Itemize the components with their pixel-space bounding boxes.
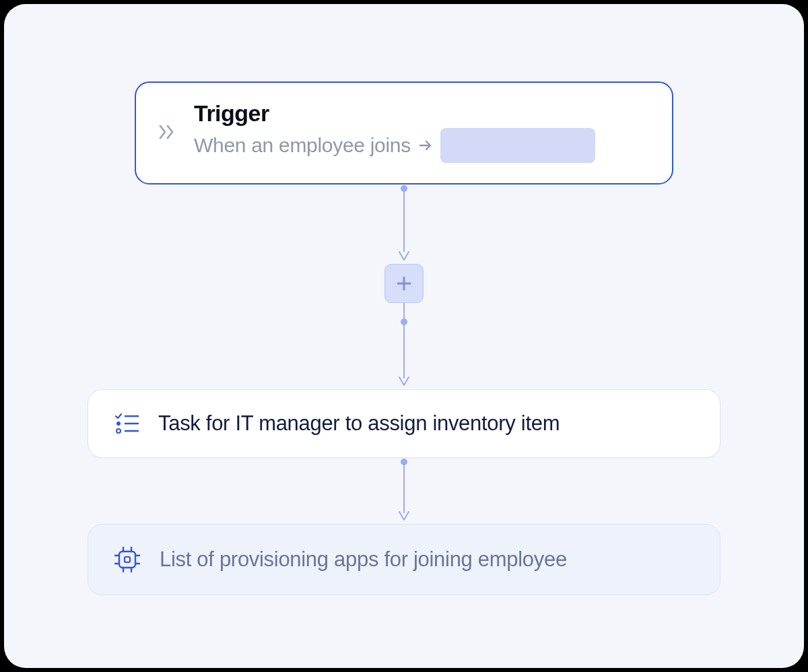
connector-2	[397, 303, 411, 389]
trigger-subtitle-text: When an employee joins	[194, 134, 411, 157]
task-node[interactable]: Task for IT manager to assign inventory …	[88, 389, 720, 458]
trigger-target-placeholder[interactable]	[440, 128, 595, 163]
svg-rect-14	[119, 551, 135, 568]
trigger-title: Trigger	[194, 100, 649, 127]
checklist-icon	[114, 412, 139, 435]
svg-point-8	[116, 422, 121, 426]
connector-3	[397, 458, 411, 524]
workflow-canvas: Trigger When an employee joins	[4, 4, 804, 668]
trigger-subtitle: When an employee joins	[194, 128, 649, 163]
task-node-label: Task for IT manager to assign inventory …	[158, 411, 560, 436]
connector-1	[397, 184, 411, 264]
provisioning-node[interactable]: List of provisioning apps for joining em…	[88, 524, 720, 595]
provisioning-node-label: List of provisioning apps for joining em…	[160, 547, 567, 572]
arrow-right-icon	[417, 137, 434, 154]
svg-point-10	[116, 429, 121, 433]
plus-icon	[395, 274, 413, 293]
trigger-node[interactable]: Trigger When an employee joins	[135, 81, 673, 184]
add-step-button[interactable]	[384, 264, 424, 303]
svg-rect-15	[125, 557, 130, 562]
collapse-icon	[159, 125, 176, 139]
chip-icon	[114, 546, 141, 573]
